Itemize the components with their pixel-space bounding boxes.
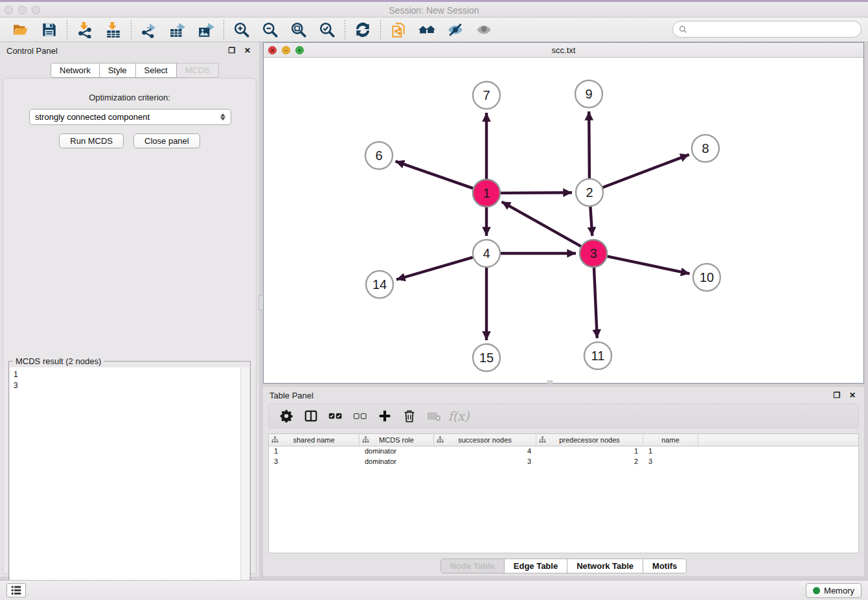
export-network-icon[interactable] [139,20,159,40]
mcds-panel: Optimization criterion: strongly connect… [3,78,257,574]
node-table: shared nameMCDS rolesuccessor nodesprede… [268,433,859,553]
tab-select[interactable]: Select [136,63,177,78]
toolbar-icon-groups [6,20,498,40]
table-row[interactable]: 1dominator411 [269,446,858,457]
svg-text:2: 2 [586,185,593,200]
run-mcds-button[interactable]: Run MCDS [59,133,124,148]
import-table-icon[interactable] [104,20,123,40]
tab-motifs[interactable]: Motifs [643,559,687,573]
memory-status-icon [813,587,820,594]
hide-selected-icon[interactable] [446,20,465,40]
node-2[interactable]: 2 [576,179,603,206]
edge-1-6[interactable] [396,161,474,189]
home-layout-icon[interactable] [417,20,437,40]
column-header-name[interactable]: name [643,434,698,446]
criterion-dropdown[interactable]: strongly connected component [29,109,231,125]
node-8[interactable]: 8 [692,135,719,162]
refresh-layout-icon[interactable] [353,20,372,40]
column-header-shared-name[interactable]: shared name [269,434,360,446]
edge-1-2[interactable] [501,192,572,193]
tab-mcds[interactable]: MCDS [177,63,219,78]
table-cell[interactable]: 3 [434,457,536,467]
select-all-icon[interactable] [326,408,345,424]
network-canvas[interactable]: 7968124314101511 [264,58,863,383]
close-panel-button[interactable]: Close panel [133,133,200,148]
zoom-out-icon[interactable] [260,20,280,40]
task-history-button[interactable] [6,583,26,597]
zoom-selected-icon[interactable] [317,20,337,40]
node-10[interactable]: 10 [693,264,720,291]
memory-button[interactable]: Memory [806,583,862,598]
zoom-fit-icon[interactable] [289,20,308,40]
table-row[interactable]: 3dominator323 [269,457,858,467]
control-panel: Control Panel ❐ ✕ NetworkStyleSelectMCDS… [0,42,259,577]
tab-node-table[interactable]: Node Table [440,559,505,573]
table-cell[interactable]: 3 [269,457,360,467]
node-4[interactable]: 4 [473,240,500,267]
mcds-result-box: MCDS result (2 nodes) 1 3 [8,361,251,600]
table-cell[interactable]: 1 [643,446,698,457]
node-6[interactable]: 6 [365,142,393,169]
tab-network[interactable]: Network [51,63,100,78]
zoom-in-icon[interactable] [232,20,251,40]
edge-3-11[interactable] [594,268,597,338]
svg-text:8: 8 [702,141,709,156]
table-cell[interactable]: 3 [643,457,698,467]
window-resize-grip[interactable] [547,380,553,384]
column-header-predecessor-nodes[interactable]: predecessor nodes [536,434,643,446]
split-view-icon[interactable] [301,408,321,424]
clone-network-icon[interactable] [389,20,408,40]
mcds-result-list[interactable]: 1 3 [10,367,240,600]
open-file-icon[interactable] [11,20,30,40]
close-panel-icon[interactable]: ✕ [242,45,253,56]
export-image-icon[interactable] [196,20,216,40]
save-session-icon[interactable] [40,20,59,40]
edge-2-8[interactable] [603,155,689,188]
delete-column-icon[interactable] [400,408,419,424]
node-15[interactable]: 15 [473,344,500,371]
table-cell[interactable]: 1 [269,446,360,457]
table-cell[interactable]: 1 [536,446,643,457]
settings-icon[interactable] [277,408,296,424]
column-header-MCDS-role[interactable]: MCDS role [360,434,434,446]
application-window: Session: New Session Control Panel ❐ ✕ N… [0,0,868,600]
node-9[interactable]: 9 [575,80,602,108]
edge-2-9[interactable] [589,111,589,178]
result-scrollbar[interactable] [240,367,249,600]
list-icon [10,585,22,595]
table-cell[interactable]: dominator [360,457,434,467]
node-7[interactable]: 7 [473,82,500,109]
node-14[interactable]: 14 [366,271,393,298]
attribute-type-icon [362,436,369,444]
toolbar-separator [131,20,131,40]
table-cell[interactable]: dominator [360,446,434,457]
table-cell[interactable]: 2 [536,457,643,467]
edge-4-14[interactable] [396,257,473,279]
table-tabs: Node TableEdge TableNetwork TableMotifs [263,559,864,573]
import-network-icon[interactable] [75,20,95,40]
network-window-titlebar[interactable]: ✕ − + scc.txt [264,43,863,58]
table-close-panel-icon[interactable]: ✕ [847,390,858,400]
svg-text:1: 1 [483,186,490,200]
table-float-window-icon[interactable]: ❐ [832,390,842,400]
table-cell[interactable]: 4 [434,446,536,457]
tab-network-table[interactable]: Network Table [567,559,643,573]
export-table-icon[interactable] [168,20,187,40]
add-column-icon[interactable] [375,408,394,424]
search-input[interactable] [691,25,861,34]
tab-style[interactable]: Style [100,63,136,78]
network-graph: 7968124314101511 [264,58,863,383]
column-header-successor-nodes[interactable]: successor nodes [434,434,536,446]
tab-edge-table[interactable]: Edge Table [505,559,567,573]
edge-3-1[interactable] [502,202,581,246]
edge-2-3[interactable] [590,207,592,236]
deselect-all-icon[interactable] [350,408,370,424]
node-1[interactable]: 1 [473,179,500,207]
edge-3-10[interactable] [608,257,690,274]
search-box[interactable] [672,21,862,38]
attribute-type-icon [539,436,546,444]
node-3[interactable]: 3 [580,240,607,267]
show-all-icon[interactable] [474,20,494,40]
float-window-icon[interactable]: ❐ [227,45,237,56]
node-11[interactable]: 11 [584,342,611,369]
